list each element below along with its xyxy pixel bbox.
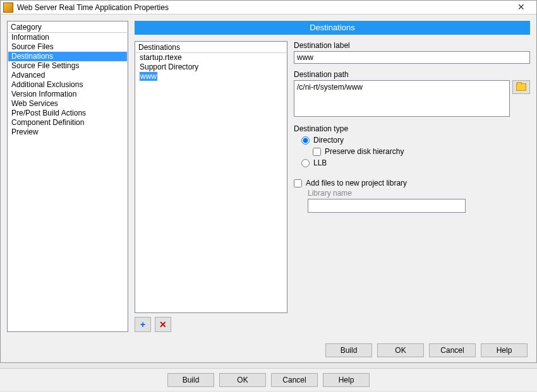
app-icon <box>3 3 13 13</box>
plus-icon[interactable]: + <box>135 317 151 332</box>
radio-directory-input[interactable] <box>301 136 310 145</box>
bg-ok-button[interactable]: OK <box>219 373 266 387</box>
ok-button[interactable]: OK <box>377 343 424 357</box>
destinations-list-header: Destinations <box>136 42 286 53</box>
category-item-pre-post-build-actions[interactable]: Pre/Post Build Actions <box>8 109 127 118</box>
list-button-row: + ✕ <box>135 317 287 332</box>
category-list[interactable]: Category Information Source Files Destin… <box>7 21 128 332</box>
radio-directory[interactable]: Directory <box>301 134 530 146</box>
build-button[interactable]: Build <box>325 343 372 357</box>
x-icon[interactable]: ✕ <box>155 317 171 332</box>
library-name-label: Library name <box>308 189 530 198</box>
dest-item-www[interactable]: www <box>136 72 286 81</box>
destination-label-label: Destination label <box>294 41 530 50</box>
library-name-input <box>308 199 466 213</box>
destinations-column: Destinations startup.rtexe Support Direc… <box>135 41 287 332</box>
folder-icon <box>516 83 526 91</box>
category-item-additional-exclusions[interactable]: Additional Exclusions <box>8 80 127 90</box>
browse-button[interactable] <box>512 80 530 94</box>
destination-label-input[interactable] <box>294 51 530 64</box>
category-item-advanced[interactable]: Advanced <box>8 71 127 80</box>
category-item-preview[interactable]: Preview <box>8 128 127 137</box>
page-title: Destinations <box>135 21 530 35</box>
category-item-source-files[interactable]: Source Files <box>8 42 127 52</box>
destination-form: Destination label Destination path /c/ni… <box>294 41 530 332</box>
cancel-button[interactable]: Cancel <box>429 343 476 357</box>
checkbox-add-files-library-label: Add files to new project library <box>306 177 407 189</box>
category-item-version-information[interactable]: Version Information <box>8 90 127 99</box>
checkbox-preserve-hierarchy-input[interactable] <box>313 148 321 156</box>
window-title: Web Server Real Time Application Propert… <box>17 3 509 12</box>
dialog-body: Category Information Source Files Destin… <box>1 15 536 338</box>
checkbox-preserve-hierarchy[interactable]: Preserve disk hierarchy <box>313 146 530 157</box>
checkbox-preserve-hierarchy-label: Preserve disk hierarchy <box>325 146 404 157</box>
radio-llb[interactable]: LLB <box>301 157 530 169</box>
page-column: Destinations Destinations startup.rtexe … <box>135 21 530 332</box>
category-item-source-file-settings[interactable]: Source File Settings <box>8 61 127 71</box>
radio-llb-label: LLB <box>313 157 327 169</box>
category-item-destinations[interactable]: Destinations <box>8 52 127 61</box>
background-dialog-footer: Build OK Cancel Help <box>0 368 537 391</box>
properties-dialog: Web Server Real Time Application Propert… <box>0 0 537 363</box>
dest-item-startup[interactable]: startup.rtexe <box>136 53 286 62</box>
titlebar: Web Server Real Time Application Propert… <box>1 1 536 15</box>
category-item-web-services[interactable]: Web Services <box>8 99 127 109</box>
category-item-component-definition[interactable]: Component Definition <box>8 118 127 128</box>
radio-directory-label: Directory <box>313 134 344 146</box>
category-item-information[interactable]: Information <box>8 33 127 42</box>
destination-path-input[interactable]: /c/ni-rt/system/www <box>294 80 510 117</box>
close-icon[interactable]: ✕ <box>509 1 534 14</box>
destinations-list[interactable]: Destinations startup.rtexe Support Direc… <box>135 41 287 313</box>
dialog-footer: Build OK Cancel Help <box>1 338 536 362</box>
bg-build-button[interactable]: Build <box>167 373 214 387</box>
dest-item-support-directory[interactable]: Support Directory <box>136 62 286 72</box>
checkbox-add-files-library[interactable]: Add files to new project library <box>294 177 530 189</box>
bg-help-button[interactable]: Help <box>323 373 370 387</box>
page-content: Destinations startup.rtexe Support Direc… <box>135 41 530 332</box>
destination-type-label: Destination type <box>294 124 530 133</box>
destination-path-label: Destination path <box>294 70 530 79</box>
radio-llb-input[interactable] <box>301 159 310 167</box>
category-header: Category <box>8 22 127 33</box>
help-button[interactable]: Help <box>481 343 528 357</box>
checkbox-add-files-library-input[interactable] <box>294 179 302 187</box>
bg-cancel-button[interactable]: Cancel <box>271 373 318 387</box>
